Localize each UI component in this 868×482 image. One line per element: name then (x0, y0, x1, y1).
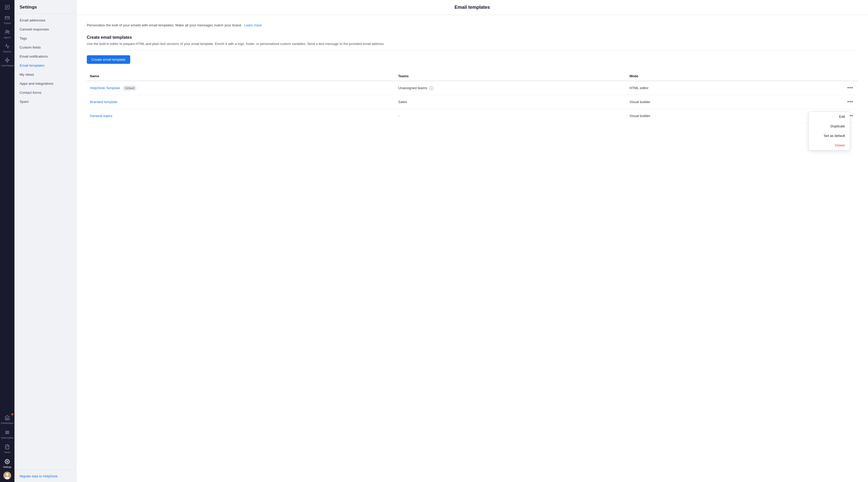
nav-canned-responses[interactable]: Canned responses (14, 25, 76, 34)
main-content: Email templates Personalize the look of … (76, 0, 868, 482)
row3-actions-cell: ••• Edit Duplicate Set as default Delete (819, 109, 858, 123)
row1-teams-cell: Unassigned teams i (395, 81, 626, 95)
col-actions-header (819, 71, 858, 81)
marketplace-icon (5, 415, 10, 421)
table-header: Name Teams Mode (87, 71, 858, 81)
svg-point-2 (6, 30, 7, 32)
nav-automations[interactable]: Automations (1, 56, 14, 69)
row3-name-link[interactable]: General topics (90, 114, 113, 118)
nav-tickets[interactable]: Tickets (1, 13, 14, 27)
settings-nav: Email addresses Canned responses Tags Cu… (14, 14, 76, 470)
nav-tags[interactable]: Tags (14, 34, 76, 43)
templates-table: Name Teams Mode HelpDesk Template Defaul… (87, 71, 858, 123)
intro-text-content: Personalize the look of your emails with… (87, 23, 242, 27)
page-title: Email templates (87, 5, 858, 10)
row2-actions-cell: ••• (819, 95, 858, 109)
row1-actions-cell: ••• (819, 81, 858, 95)
reports-label: Reports (3, 51, 11, 53)
row1-teams-text: Unassigned teams (398, 86, 427, 90)
nav-apps-integrations[interactable]: Apps and integrations (14, 79, 76, 88)
intro-text: Personalize the look of your emails with… (87, 23, 858, 28)
icon-nav-bottom: Marketplace Subscription News (1, 413, 14, 482)
subscription-label: Subscription (1, 437, 14, 439)
table-row: Branded template Sales Visual builder ••… (87, 95, 858, 109)
settings-sidebar: Settings Email addresses Canned response… (14, 0, 76, 482)
row2-mode-cell: Visual builder (626, 95, 819, 109)
marketplace-label: Marketplace (1, 422, 13, 425)
row1-name-cell: HelpDesk Template Default (87, 81, 395, 95)
row1-mode-cell: HTML editor (626, 81, 819, 95)
col-teams-header: Teams (395, 71, 626, 81)
row3-name-cell: General topics (87, 109, 395, 123)
row3-dropdown-menu: Edit Duplicate Set as default Delete (809, 111, 850, 150)
nav-email-addresses[interactable]: Email addresses (14, 16, 76, 25)
main-body: Personalize the look of your emails with… (76, 15, 868, 131)
tickets-icon (5, 15, 10, 21)
table-row: General topics - Visual builder ••• Edit… (87, 109, 858, 123)
row2-name-cell: Branded template (87, 95, 395, 109)
row3-mode-cell: Visual builder (626, 109, 819, 123)
nav-settings[interactable]: Settings (1, 457, 14, 471)
main-header: Email templates (76, 0, 868, 15)
row2-name-link[interactable]: Branded template (90, 100, 118, 104)
svg-point-11 (6, 473, 8, 476)
nav-news[interactable]: News (1, 442, 14, 456)
nav-my-views[interactable]: My views (14, 70, 76, 79)
svg-point-3 (8, 31, 9, 32)
create-email-template-button[interactable]: Create email template (87, 55, 130, 64)
nav-email-templates[interactable]: Email templates (14, 61, 76, 70)
settings-label: Settings (3, 466, 11, 469)
icon-nav: Tickets Agents Reports Automations (0, 0, 14, 482)
nav-reports[interactable]: Reports (1, 41, 14, 55)
settings-title: Settings (14, 0, 76, 14)
row1-default-badge: Default (123, 86, 137, 90)
dropdown-duplicate[interactable]: Duplicate (809, 121, 850, 131)
nav-email-notifications[interactable]: Email notifications (14, 52, 76, 61)
dropdown-set-default[interactable]: Set as default (809, 131, 850, 140)
user-avatar[interactable] (3, 472, 11, 479)
section-title: Create email templates (87, 35, 858, 40)
sidebar-footer: Migrate data to HelpDesk (14, 470, 76, 482)
news-label: News (4, 451, 10, 454)
svg-marker-4 (5, 58, 9, 63)
row3-teams-cell: - (395, 109, 626, 123)
row1-more-button[interactable]: ••• (846, 85, 855, 91)
nav-edit[interactable] (1, 3, 14, 13)
table-row: HelpDesk Template Default Unassigned tea… (87, 81, 858, 95)
automations-icon (5, 58, 10, 64)
col-name-header: Name (87, 71, 395, 81)
nav-contact-forms[interactable]: Contact forms (14, 88, 76, 97)
migrate-link[interactable]: Migrate data to HelpDesk (20, 474, 58, 478)
nav-custom-fields[interactable]: Custom fields (14, 43, 76, 52)
nav-subscription[interactable]: Subscription (1, 428, 14, 442)
learn-more-link[interactable]: Learn more (244, 23, 262, 27)
agents-icon (5, 29, 10, 35)
subscription-icon (5, 430, 10, 436)
table-body: HelpDesk Template Default Unassigned tea… (87, 81, 858, 123)
reports-icon (5, 44, 10, 50)
section-desc: Use the built-in editor to prepare HTML … (87, 42, 858, 51)
col-mode-header: Mode (626, 71, 819, 81)
row1-name-link[interactable]: HelpDesk Template (90, 86, 120, 90)
tickets-label: Tickets (4, 22, 11, 25)
svg-point-9 (7, 461, 8, 462)
dropdown-delete[interactable]: Delete (809, 140, 850, 150)
dropdown-edit[interactable]: Edit (809, 112, 850, 121)
nav-spam[interactable]: Spam (14, 97, 76, 106)
nav-agents[interactable]: Agents (1, 27, 14, 41)
news-icon (5, 444, 10, 450)
row2-teams-cell: Sales (395, 95, 626, 109)
automations-label: Automations (1, 64, 14, 67)
edit-icon (5, 5, 10, 10)
svg-rect-1 (5, 17, 9, 19)
nav-marketplace[interactable]: Marketplace (1, 413, 14, 427)
agents-label: Agents (4, 36, 11, 39)
row1-info-icon[interactable]: i (429, 86, 433, 90)
settings-icon (5, 459, 10, 465)
row2-more-button[interactable]: ••• (846, 99, 855, 105)
